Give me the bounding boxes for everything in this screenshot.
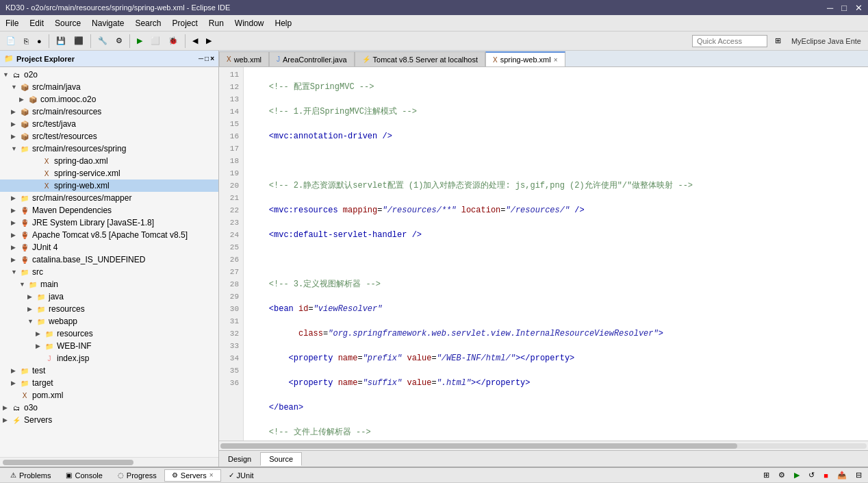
bottom-tab-junit[interactable]: ✓ JUnit [221, 469, 261, 482]
tree-item-resources[interactable]: ▶ 📁 resources [0, 303, 218, 315]
tree-item-junit[interactable]: ▶ 🏺 JUnit 4 [0, 241, 218, 253]
mapper-folder-icon: 📁 [19, 193, 30, 203]
tree-item-src[interactable]: ▼ 📁 src [0, 266, 218, 278]
menu-help[interactable]: Help [270, 16, 298, 30]
tab-close-spring-web[interactable]: × [554, 56, 558, 64]
bottom-settings-btn[interactable]: ⚙ [775, 469, 789, 481]
horizontal-scrollbar[interactable] [219, 441, 868, 450]
code-content[interactable]: <!-- 配置SpringMVC --> <!-- 1.开启SpringMVC注… [244, 67, 868, 441]
code-editor[interactable]: 11 12 13 14 15 16 17 18 19 20 21 22 23 2… [219, 67, 868, 441]
close-btn[interactable]: ✕ [855, 3, 863, 13]
scrollbar-thumb[interactable] [220, 443, 737, 449]
bottom-tab-console[interactable]: ▣ Console [58, 469, 110, 482]
tree-item-webapp[interactable]: ▼ 📁 webapp [0, 315, 218, 327]
bottom-tab-label-progress: Progress [127, 471, 157, 480]
bottom-tab-label-junit: JUnit [237, 471, 254, 480]
menu-bar: File Edit Source Navigate Search Project… [0, 15, 868, 32]
tree-item-servers[interactable]: ▶ ⚡ Servers [0, 414, 218, 426]
tree-label-catalina: catalina.base_IS_UNDEFINED [32, 255, 145, 264]
jar-icon-jre: 🏺 [19, 217, 30, 228]
toolbar-fwd-btn[interactable]: ▶ [203, 34, 215, 47]
jar-icon-junit: 🏺 [19, 242, 30, 253]
menu-source[interactable]: Source [49, 16, 86, 30]
tree-item-spring-folder[interactable]: ▼ 📁 src/main/resources/spring [0, 143, 218, 155]
tree-item-src-test-java[interactable]: ▶ 📦 src/test/java [0, 118, 218, 130]
tab-web-xml[interactable]: X web.xml [219, 51, 269, 66]
tree-item-webapp-resources[interactable]: ▶ 📁 resources [0, 327, 218, 340]
bottom-toolbar-btns: ⊞ ⚙ ▶ ↺ ■ 📤 ⊟ [760, 469, 865, 481]
toolbar-debug-btn[interactable]: 🐞 [165, 34, 181, 47]
toolbar-btn-3[interactable]: ● [34, 35, 45, 47]
toolbar-btn-6[interactable]: 🔧 [94, 34, 111, 47]
arrow-com-imooc: ▶ [19, 96, 27, 103]
maximize-btn[interactable]: □ [841, 3, 847, 13]
tree-item-o3o[interactable]: ▶ 🗂 o3o [0, 401, 218, 414]
tab-icon-spring-web: X [493, 56, 498, 64]
source-tab[interactable]: Source [260, 452, 302, 466]
tab-area-controller[interactable]: J AreaController.java [269, 51, 355, 66]
tree-item-java[interactable]: ▶ 📁 java [0, 290, 218, 303]
toolbar-perspective-btn[interactable]: ⊞ [771, 34, 784, 47]
tree-item-src-main-java[interactable]: ▼ 📦 src/main/java [0, 81, 218, 93]
tab-tomcat-server[interactable]: ⚡ Tomcat v8.5 Server at localhost [355, 51, 485, 66]
tree-item-spring-web[interactable]: X spring-web.xml [0, 179, 218, 192]
tree-item-o2o[interactable]: ▼ 🗂 o2o [0, 69, 218, 81]
menu-edit[interactable]: Edit [24, 16, 49, 30]
toolbar-new-btn[interactable]: 📄 [3, 34, 19, 47]
toolbar-btn-5[interactable]: ⬛ [71, 34, 87, 47]
sidebar-close-btn[interactable]: × [210, 55, 214, 62]
sidebar-minimize-btn[interactable]: ─ [199, 55, 203, 62]
toolbar-back-btn[interactable]: ◀ [189, 34, 201, 47]
quick-access-input[interactable] [692, 35, 767, 47]
tree-label-com-imooc: com.imooc.o2o [40, 95, 96, 104]
menu-run[interactable]: Run [203, 16, 229, 30]
menu-search[interactable]: Search [129, 16, 166, 30]
sidebar-maximize-btn[interactable]: □ [205, 55, 209, 62]
tree-item-webinf[interactable]: ▶ 📁 WEB-INF [0, 340, 218, 352]
tab-icon-web-xml: X [227, 55, 231, 63]
menu-file[interactable]: File [0, 16, 24, 30]
bottom-disconnect-btn[interactable]: ⊟ [852, 469, 865, 481]
bottom-tab-servers[interactable]: ⚙ Servers × [164, 469, 221, 482]
tab-spring-web-xml[interactable]: X spring-web.xml × [485, 51, 565, 66]
bottom-tab-problems[interactable]: ⚠ Problems [3, 469, 58, 482]
tree-item-test[interactable]: ▶ 📁 test [0, 364, 218, 377]
servers-tab-close[interactable]: × [209, 471, 214, 479]
bottom-tab-progress[interactable]: ◌ Progress [110, 469, 164, 482]
design-tab[interactable]: Design [219, 452, 260, 466]
toolbar-run-btn[interactable]: ▶ [133, 34, 146, 47]
menu-window[interactable]: Window [229, 16, 270, 30]
bottom-start-btn[interactable]: ▶ [791, 469, 803, 481]
code-line-23: <property name="suffix" value=".html"></… [249, 377, 863, 389]
menu-navigate[interactable]: Navigate [86, 16, 129, 30]
bottom-stop-btn[interactable]: ■ [820, 470, 832, 481]
tree-item-jre[interactable]: ▶ 🏺 JRE System Library [JavaSE-1.8] [0, 216, 218, 229]
toolbar-save-btn[interactable]: 💾 [53, 34, 69, 47]
toolbar-btn-7[interactable]: ⚙ [112, 34, 126, 47]
tree-item-target[interactable]: ▶ 📁 target [0, 377, 218, 389]
tree-item-catalina[interactable]: ▶ 🏺 catalina.base_IS_UNDEFINED [0, 253, 218, 266]
tree-item-src-main-res[interactable]: ▶ 📦 src/main/resources [0, 106, 218, 118]
toolbar-btn-2[interactable]: ⎘ [21, 35, 32, 47]
tree-item-com-imooc[interactable]: ▶ 📦 com.imooc.o2o [0, 93, 218, 106]
code-line-14 [249, 155, 863, 167]
tree-item-maven[interactable]: ▶ 🏺 Maven Dependencies [0, 204, 218, 216]
minimize-btn[interactable]: ─ [827, 3, 833, 13]
bottom-publish-btn[interactable]: 📤 [834, 469, 850, 481]
bottom-new-server-btn[interactable]: ⊞ [760, 469, 773, 481]
tree-item-pom[interactable]: X pom.xml [0, 389, 218, 401]
tree-item-tomcat[interactable]: ▶ 🏺 Apache Tomcat v8.5 [Apache Tomcat v8… [0, 229, 218, 241]
tree-item-main[interactable]: ▼ 📁 main [0, 278, 218, 290]
tree-item-spring-service[interactable]: X spring-service.xml [0, 167, 218, 179]
code-line-19: <!-- 3.定义视图解析器 --> [249, 278, 863, 290]
arrow-src-main-java: ▼ [11, 84, 19, 90]
o3o-project-icon: 🗂 [11, 402, 22, 413]
menu-project[interactable]: Project [166, 16, 203, 30]
sidebar-scrollbar[interactable] [0, 457, 218, 467]
tree-item-spring-dao[interactable]: X spring-dao.xml [0, 155, 218, 167]
bottom-restart-btn[interactable]: ↺ [805, 469, 818, 481]
tree-item-src-test-res[interactable]: ▶ 📦 src/test/resources [0, 130, 218, 143]
tree-item-index-jsp[interactable]: J index.jsp [0, 352, 218, 364]
toolbar-btn-9[interactable]: ⬜ [147, 34, 164, 47]
tree-item-mapper[interactable]: ▶ 📁 src/main/resources/mapper [0, 192, 218, 204]
